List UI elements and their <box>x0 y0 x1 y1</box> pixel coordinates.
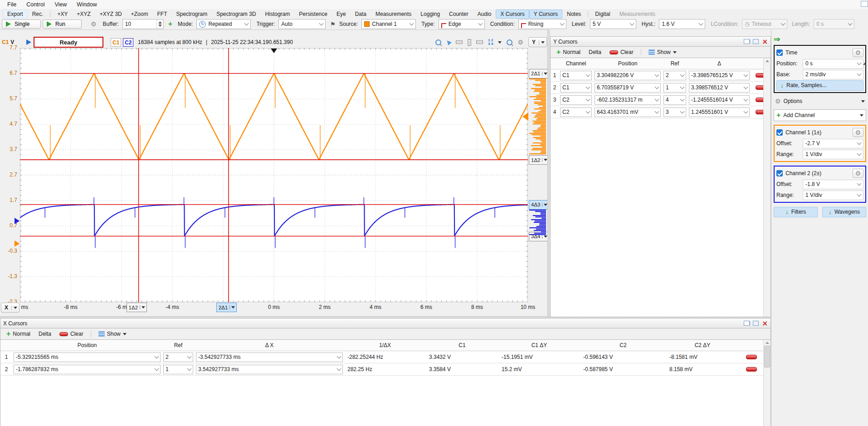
channel2-badge[interactable]: C2 <box>123 38 133 47</box>
channel1-badge[interactable]: C1 <box>111 38 121 47</box>
scrollbar[interactable] <box>763 340 770 426</box>
oscilloscope-plot[interactable] <box>20 48 528 302</box>
hyst-select[interactable]: 1.6 V <box>659 19 705 29</box>
rate-samples-button[interactable]: ↓Rate, Samples... <box>776 80 863 91</box>
channel1-gear-button[interactable] <box>853 128 863 137</box>
position-select[interactable]: 3.304982206 V <box>595 71 661 80</box>
float-window-icon[interactable] <box>744 39 750 44</box>
dx-select[interactable]: -3.542927733 ms <box>196 353 343 362</box>
x-cursor-badge[interactable]: 1Δ2 <box>127 303 147 312</box>
sidebar-scrollbar[interactable] <box>862 63 868 71</box>
add-delta-cursor-button[interactable]: Delta <box>35 330 54 338</box>
clear-cursors-button[interactable]: Clear <box>606 48 637 56</box>
maximize-window-icon[interactable] <box>753 39 759 44</box>
remove-cursor-button[interactable] <box>746 355 757 359</box>
channel2-offset-select[interactable]: -1.8 V <box>803 180 863 189</box>
x-axis-mode-dropdown[interactable]: X <box>1 303 20 313</box>
y-axis-mode-dropdown[interactable]: Y <box>528 37 547 47</box>
channel-select[interactable]: C1 <box>560 71 592 80</box>
filters-button[interactable]: ↓Filters <box>774 207 818 217</box>
delta-select[interactable]: 1.245551601 V <box>689 108 750 117</box>
channel1-offset-select[interactable]: -2.7 V <box>803 139 863 148</box>
time-position-select[interactable]: 0 s <box>803 59 863 69</box>
dx-select[interactable]: 3.542927733 ms <box>196 365 343 374</box>
clear-cursors-button[interactable]: Clear <box>56 330 87 338</box>
position-select[interactable]: -1.786287832 ms <box>14 365 161 374</box>
delta-select[interactable]: -1.2455516014 V <box>689 95 750 105</box>
tab-notes[interactable]: Notes <box>562 10 585 19</box>
position-select[interactable]: -5.329215565 ms <box>14 353 161 362</box>
dropdown-caret[interactable] <box>539 40 546 45</box>
x-cursors-titlebar[interactable]: X Cursors × <box>0 318 771 328</box>
ref-select[interactable]: 1 <box>163 365 193 374</box>
scroll-thumb[interactable] <box>764 346 770 367</box>
dropdown-caret[interactable] <box>11 305 19 310</box>
corner-ruler-icon[interactable] <box>476 40 483 44</box>
x-cursors-table: Position Ref Δ X 1/ΔX C1 C1 ΔY C2 C2 ΔY … <box>0 339 771 426</box>
level-select[interactable]: 5 V <box>590 19 636 29</box>
show-menu-button[interactable]: Show <box>645 48 680 56</box>
delta-select[interactable]: 3.398576512 V <box>689 83 750 93</box>
show-menu-button[interactable]: Show <box>95 330 130 338</box>
add-delta-cursor-button[interactable]: Delta <box>585 48 605 56</box>
y-cursor-badge[interactable]: 4Δ3 <box>529 200 549 210</box>
channel-select[interactable]: C1 <box>560 83 592 93</box>
x-cursor-badge[interactable]: 2Δ1 <box>216 303 237 312</box>
delta-select[interactable]: -3.3985765125 V <box>689 71 750 80</box>
channel-select[interactable]: C2 <box>560 108 592 117</box>
channel2-checkbox[interactable] <box>776 170 783 176</box>
float-window-icon[interactable] <box>744 321 750 326</box>
time-checkbox[interactable] <box>776 49 783 56</box>
close-icon[interactable]: × <box>762 321 768 326</box>
channel1-range-select[interactable]: 1 V/div <box>803 150 863 159</box>
chevron-down-icon[interactable] <box>229 305 236 309</box>
add-channel-button[interactable]: + Add Channel <box>774 109 866 121</box>
channel2-gear-button[interactable] <box>853 169 863 178</box>
offset-label: Offset: <box>776 181 800 187</box>
add-normal-cursor-button[interactable]: +Normal <box>553 48 584 56</box>
ref-select[interactable]: 4 <box>663 95 686 105</box>
chevron-down-icon[interactable] <box>498 41 502 44</box>
horizontal-ruler-icon[interactable] <box>456 40 463 44</box>
channel1-checkbox[interactable] <box>776 129 783 136</box>
time-gear-button[interactable] <box>853 48 863 57</box>
y-axis-tick-label: 7.7 <box>0 44 17 51</box>
trigger-level-marker[interactable] <box>522 113 528 121</box>
vertical-ruler-icon[interactable] <box>468 39 471 46</box>
y-cursor-badge[interactable]: 1Δ2 <box>529 155 549 165</box>
collapse-sidebar-icon[interactable]: ⇒ <box>774 35 780 44</box>
add-normal-cursor-button[interactable]: +Normal <box>3 330 34 338</box>
scroll-up-icon[interactable] <box>766 342 769 344</box>
scrollbar[interactable] <box>763 58 770 317</box>
channel2-zero-marker[interactable] <box>15 218 20 224</box>
ref-select[interactable]: 2 <box>663 71 686 80</box>
channel-select[interactable]: C2 <box>560 95 592 105</box>
close-icon[interactable]: × <box>762 39 768 44</box>
options-row[interactable]: Options <box>774 96 866 107</box>
ref-select[interactable]: 1 <box>663 83 686 93</box>
zoom-options-icon[interactable] <box>507 39 512 45</box>
remove-cursor-button[interactable] <box>746 367 757 372</box>
wavegens-button[interactable]: ↓Wavegens <box>822 207 866 217</box>
scroll-up-icon[interactable] <box>766 60 769 62</box>
pointer-tool-icon[interactable] <box>445 39 452 45</box>
ref-select[interactable]: 2 <box>163 353 193 362</box>
restore-window-icon[interactable] <box>861 1 868 7</box>
position-select[interactable]: 6.703558719 V <box>595 83 661 93</box>
cursor-numbers-icon[interactable]: 1 23 4 <box>488 39 493 46</box>
y-cursors-titlebar[interactable]: Y Cursors × <box>550 36 771 47</box>
ref-select[interactable]: 3 <box>663 108 686 117</box>
zoom-in-icon[interactable] <box>435 39 441 45</box>
time-base-select[interactable]: 2 ms/div <box>803 70 863 79</box>
y-cursor-badge[interactable]: 2Δ1 <box>529 69 549 78</box>
position-select[interactable]: 643.4163701 mV <box>595 108 661 117</box>
scroll-up-icon[interactable] <box>863 63 867 65</box>
maximize-window-icon[interactable] <box>753 321 759 326</box>
position-select[interactable]: -602.135231317 m <box>595 95 661 105</box>
plot-gear-icon[interactable] <box>517 39 523 46</box>
tab-digital[interactable]: Digital <box>590 10 614 19</box>
channel1-zero-marker[interactable] <box>15 240 20 247</box>
chevron-down-icon[interactable] <box>140 305 146 309</box>
channel2-range-select[interactable]: 1 V/div <box>803 191 863 200</box>
trigger-position-marker[interactable] <box>271 49 277 53</box>
